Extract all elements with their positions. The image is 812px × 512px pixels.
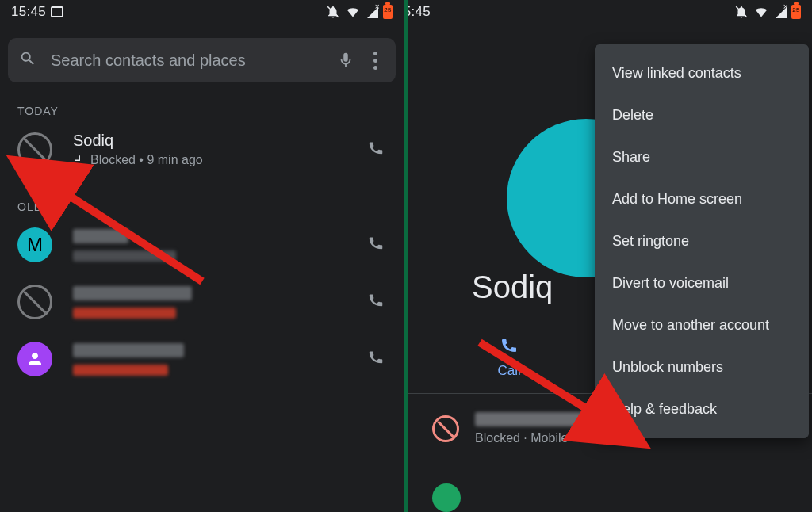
status-time: 15:45 [408, 4, 431, 20]
search-wrap: Search contacts and places [0, 24, 404, 82]
picture-icon [51, 6, 63, 17]
wifi-icon [753, 6, 769, 18]
blurred-name [73, 286, 192, 300]
avatar-generic [17, 342, 52, 376]
call-back-button[interactable] [367, 291, 389, 313]
signal-icon: × [774, 6, 787, 18]
blurred-sub [73, 250, 176, 262]
section-older-label: OLDER [0, 178, 404, 216]
signal-icon: × [366, 6, 378, 18]
call-back-button[interactable] [367, 139, 389, 161]
menu-share[interactable]: Share [595, 136, 809, 178]
call-row-sodiq[interactable]: Sodiq Blocked • 9 min ago [0, 120, 404, 178]
blurred-sub [73, 365, 168, 376]
call-action[interactable]: Call [408, 335, 611, 379]
call-row-older-3[interactable] [0, 331, 404, 388]
search-icon [19, 50, 36, 71]
blurred-sub [73, 308, 176, 319]
blurred-number [475, 412, 602, 426]
call-row-older-2[interactable] [0, 273, 404, 331]
blurred-name [73, 229, 128, 243]
section-today-label: TODAY [0, 82, 404, 120]
phone-icon [408, 335, 611, 358]
search-bar[interactable]: Search contacts and places [8, 38, 396, 82]
voice-call-row[interactable] [432, 483, 477, 512]
missed-call-icon [73, 154, 86, 166]
battery-icon: 25 [791, 5, 801, 19]
menu-help-feedback[interactable]: Help & feedback [595, 388, 809, 430]
call-back-button[interactable] [367, 348, 389, 370]
menu-unblock-numbers[interactable]: Unblock numbers [595, 346, 809, 388]
menu-set-ringtone[interactable]: Set ringtone [595, 220, 809, 262]
blocked-avatar-icon [17, 285, 52, 319]
overflow-menu: View linked contacts Delete Share Add to… [595, 44, 809, 438]
blocked-sub: Blocked · Mobile [475, 431, 602, 445]
wifi-icon [345, 6, 361, 18]
search-placeholder: Search contacts and places [51, 52, 334, 70]
overflow-menu-icon[interactable] [362, 52, 388, 70]
avatar-letter-m: M [17, 227, 52, 262]
menu-add-home[interactable]: Add to Home screen [595, 178, 809, 220]
whatsapp-icon [432, 483, 461, 512]
status-time: 15:45 [11, 4, 46, 20]
call-back-button[interactable] [367, 234, 389, 256]
menu-delete[interactable]: Delete [595, 94, 809, 136]
blocked-avatar-icon [17, 132, 52, 167]
menu-view-linked[interactable]: View linked contacts [595, 52, 809, 94]
battery-icon: 25 [383, 5, 393, 19]
dnd-icon [734, 5, 749, 19]
call-row-older-1[interactable]: M [0, 216, 404, 273]
mic-icon[interactable] [334, 52, 358, 69]
contact-name: Sodiq [472, 269, 553, 305]
right-screenshot: 15:45 × 25 Sodiq Call [408, 0, 812, 512]
status-bar: 15:45 × 25 [408, 0, 812, 24]
left-screenshot: 15:45 × 25 Search contacts and places [0, 0, 404, 512]
status-bar: 15:45 × 25 [0, 0, 404, 24]
menu-divert-voicemail[interactable]: Divert to voicemail [595, 262, 809, 304]
dnd-icon [326, 5, 340, 19]
menu-move-account[interactable]: Move to another account [595, 304, 809, 346]
blocked-icon [432, 415, 459, 442]
call-sub: Blocked • 9 min ago [73, 153, 367, 167]
call-name: Sodiq [73, 132, 367, 150]
blurred-name [73, 343, 184, 357]
